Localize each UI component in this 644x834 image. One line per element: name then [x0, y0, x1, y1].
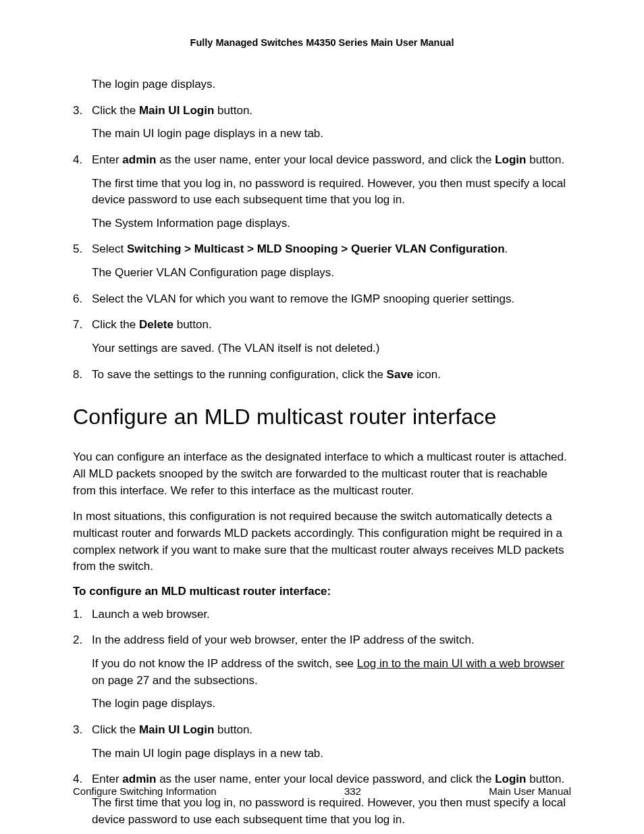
step-text: Click the Main UI Login button. [92, 723, 252, 736]
step-result: The main UI login page displays in a new… [92, 746, 571, 762]
proc-step-2: 2. In the address field of your web brow… [73, 632, 571, 712]
footer-left: Configure Switching Information [73, 785, 217, 797]
step-text: Launch a web browser. [92, 608, 210, 621]
step-text: To save the settings to the running conf… [92, 368, 441, 381]
step-note: If you do not know the IP address of the… [92, 656, 571, 689]
step-result: The main UI login page displays in a new… [92, 126, 571, 142]
step-text: Select Switching > Multicast > MLD Snoop… [92, 242, 508, 255]
step-3: 3. Click the Main UI Login button. The m… [73, 103, 571, 142]
procedure-subhead: To configure an MLD multicast router int… [73, 585, 571, 598]
xref-link-main-ui-login[interactable]: Log in to the main UI with a web browser [357, 657, 564, 670]
section-intro-1: You can configure an interface as the de… [73, 449, 571, 499]
step-number: 3. [73, 722, 82, 739]
footer-page-number: 332 [344, 785, 361, 797]
step-text: Enter admin as the user name, enter your… [92, 153, 564, 166]
step-result: The Querier VLAN Configuration page disp… [92, 265, 571, 282]
step-number: 5. [73, 241, 82, 258]
step-number: 3. [73, 103, 82, 120]
section-intro-2: In most situations, this configuration i… [73, 509, 571, 575]
step-text: Enter admin as the user name, enter your… [92, 773, 564, 785]
step-text: In the address field of your web browser… [92, 633, 475, 646]
step-6: 6. Select the VLAN for which you want to… [73, 291, 571, 308]
proc-step-1: 1. Launch a web browser. [73, 606, 571, 623]
step-7: 7. Click the Delete button. Your setting… [73, 317, 571, 357]
step-number: 1. [73, 606, 82, 623]
continued-steps-list: 3. Click the Main UI Login button. The m… [73, 103, 571, 384]
continuation-login-displays: The login page displays. [92, 76, 571, 93]
step-text: Click the Main UI Login button. [92, 104, 252, 117]
step-text: Click the Delete button. [92, 318, 212, 331]
step-number: 2. [73, 632, 82, 649]
step-number: 7. [73, 317, 82, 334]
step-result: The login page displays. [92, 696, 571, 712]
step-note-1: The first time that you log in, no passw… [92, 176, 571, 209]
step-result: Your settings are saved. (The VLAN itsel… [92, 340, 571, 357]
step-text: Select the VLAN for which you want to re… [92, 292, 514, 305]
step-4: 4. Enter admin as the user name, enter y… [73, 152, 571, 232]
step-8: 8. To save the settings to the running c… [73, 367, 571, 384]
section-heading: Configure an MLD multicast router interf… [73, 403, 571, 430]
proc-step-4: 4. Enter admin as the user name, enter y… [73, 771, 571, 828]
page-footer: Configure Switching Information 332 Main… [73, 785, 571, 797]
step-note-2: The System Information page displays. [92, 215, 571, 232]
step-number: 8. [73, 367, 82, 384]
proc-step-3: 3. Click the Main UI Login button. The m… [73, 722, 571, 762]
step-number: 6. [73, 291, 82, 308]
footer-right: Main User Manual [489, 785, 571, 797]
page-header-title: Fully Managed Switches M4350 Series Main… [73, 37, 571, 48]
step-number: 4. [73, 152, 82, 169]
step-5: 5. Select Switching > Multicast > MLD Sn… [73, 241, 571, 281]
step-note: The first time that you log in, no passw… [92, 795, 571, 828]
